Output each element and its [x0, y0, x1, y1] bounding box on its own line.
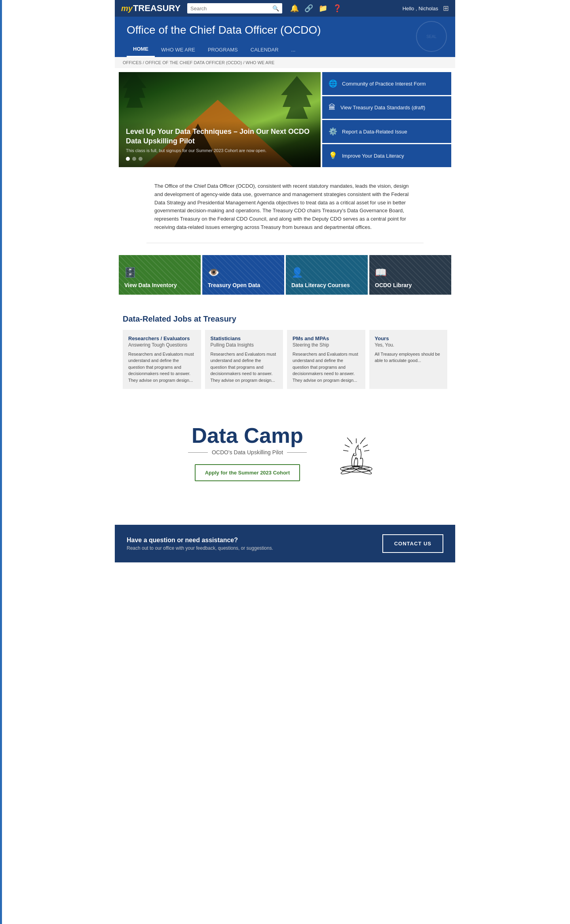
job-body-1: Researchers and Evaluators must understa…	[128, 351, 196, 384]
job-body-2: Researchers and Evaluators must understa…	[211, 351, 278, 384]
nav-who-we-are[interactable]: WHO WE ARE	[155, 43, 201, 57]
logo-treasury: TREASURY	[133, 3, 180, 13]
job-title-2: Statisticians	[211, 335, 278, 341]
svg-line-12	[362, 438, 365, 441]
svg-line-9	[345, 445, 350, 447]
divider	[146, 243, 424, 243]
spacer	[115, 501, 455, 525]
hero-link-standards[interactable]: 🏛 View Treasury Data Standards (draft)	[322, 96, 451, 119]
job-card-statisticians: Statisticians Pulling Data Insights Rese…	[205, 330, 283, 389]
hero-overlay: Level Up Your Data Techniques – Join Our…	[119, 121, 321, 167]
search-icon: 🔍	[272, 5, 279, 11]
quick-link-courses[interactable]: 👤 Data Literacy Courses	[286, 255, 368, 295]
svg-line-7	[363, 445, 368, 447]
hero-section: Level Up Your Data Techniques – Join Our…	[115, 68, 455, 171]
dot-2[interactable]	[132, 157, 136, 161]
datacamp-subtitle-line: OCDO's Data Upskilling Pilot	[188, 449, 307, 455]
hero-image-container: Level Up Your Data Techniques – Join Our…	[119, 72, 321, 167]
breadcrumb-offices[interactable]: OFFICES	[123, 60, 142, 65]
svg-line-10	[364, 450, 369, 451]
user-greeting: Hello , Nicholas	[403, 6, 438, 11]
datacamp-section: Data Camp OCDO's Data Upskilling Pilot A…	[115, 405, 455, 501]
hero-title: Level Up Your Data Techniques – Join Our…	[126, 127, 314, 146]
hero-link-community[interactable]: 🌐 Community of Practice Interest Form	[322, 72, 451, 95]
grid-icon[interactable]: ⊞	[443, 4, 449, 13]
logo[interactable]: my TREASURY	[121, 3, 182, 13]
svg-text:SEAL: SEAL	[426, 34, 437, 39]
subtitle-line-left	[188, 452, 208, 453]
logo-my: my	[121, 4, 133, 13]
dot-1[interactable]	[126, 157, 130, 161]
globe-icon: 🌐	[329, 79, 337, 88]
job-card-yours: Yours Yes, You. All Treasury employees s…	[369, 330, 448, 389]
footer-question: Have a question or need assistance?	[127, 537, 273, 544]
nav-home[interactable]: HOME	[127, 42, 155, 57]
subtitle-line-right	[287, 452, 307, 453]
hero-link-literacy-label: Improve Your Data Literacy	[342, 153, 404, 159]
job-body-4: All Treasury employees should be able to…	[375, 351, 442, 364]
link-icon[interactable]: 🔗	[304, 4, 313, 13]
svg-line-13	[347, 438, 350, 441]
job-title-4: Yours	[375, 335, 442, 341]
hero-link-standards-label: View Treasury Data Standards (draft)	[340, 105, 425, 110]
jobs-section: Data-Related Jobs at Treasury Researcher…	[115, 307, 455, 405]
page-title: Office of the Chief Data Officer (OCDO)	[127, 24, 443, 42]
job-card-pms: PMs and MPAs Steering the Ship Researche…	[287, 330, 365, 389]
hero-link-literacy[interactable]: 💡 Improve Your Data Literacy	[322, 144, 451, 167]
campfire-illustration	[331, 427, 382, 479]
jobs-grid: Researchers / Evaluators Answering Tough…	[123, 330, 447, 389]
job-title-3: PMs and MPAs	[293, 335, 360, 341]
datacamp-title: Data Camp	[188, 425, 307, 446]
apply-button[interactable]: Apply for the Summer 2023 Cohort	[195, 464, 300, 481]
datacamp-text: Data Camp OCDO's Data Upskilling Pilot A…	[188, 425, 307, 481]
job-subtitle-4: Yes, You.	[375, 342, 442, 348]
breadcrumb-ocdo[interactable]: OFFICE OF THE CHIEF DATA OFFICER (OCDO)	[145, 60, 242, 65]
nav-calendar[interactable]: CALENDAR	[244, 43, 285, 57]
header-banner: SEAL Office of the Chief Data Officer (O…	[115, 17, 455, 57]
nav-programs[interactable]: PROGRAMS	[201, 43, 244, 57]
quick-link-inventory[interactable]: 🗄️ View Data Inventory	[119, 255, 201, 295]
footer: Have a question or need assistance? Reac…	[115, 525, 455, 562]
bulb-icon: 💡	[329, 151, 337, 160]
gear-icon: ⚙️	[329, 127, 337, 136]
nav-icons: 🔔 🔗 📁 ❓	[290, 4, 342, 13]
contact-us-button[interactable]: CONTACT US	[382, 534, 443, 553]
hero-link-community-label: Community of Practice Interest Form	[342, 81, 426, 87]
top-nav: my TREASURY 🔍 🔔 🔗 📁 ❓ Hello , Nicholas ⊞	[115, 0, 455, 17]
job-subtitle-2: Pulling Data Insights	[211, 342, 278, 348]
search-bar[interactable]: 🔍	[187, 3, 282, 13]
job-title-1: Researchers / Evaluators	[128, 335, 196, 341]
job-subtitle-3: Steering the Ship	[293, 342, 360, 348]
datacamp-subtitle: OCDO's Data Upskilling Pilot	[212, 449, 283, 455]
quick-links-section: 🗄️ View Data Inventory 👁️ Treasury Open …	[115, 251, 455, 307]
breadcrumb: OFFICES / OFFICE OF THE CHIEF DATA OFFIC…	[115, 57, 455, 68]
search-input[interactable]	[190, 6, 270, 11]
nav-more[interactable]: ...	[285, 43, 302, 57]
folder-icon[interactable]: 📁	[319, 4, 327, 13]
breadcrumb-current: WHO WE ARE	[246, 60, 275, 65]
building-icon: 🏛	[329, 103, 336, 112]
hero-subtitle: This class is full, but signups for our …	[126, 148, 314, 153]
jobs-title: Data-Related Jobs at Treasury	[123, 314, 447, 324]
job-subtitle-1: Answering Tough Questions	[128, 342, 196, 348]
svg-line-11	[343, 450, 348, 451]
job-card-researchers: Researchers / Evaluators Answering Tough…	[123, 330, 201, 389]
quick-link-opendata[interactable]: 👁️ Treasury Open Data	[202, 255, 284, 295]
hero-links: 🌐 Community of Practice Interest Form 🏛 …	[322, 72, 451, 167]
quick-link-library[interactable]: 📖 OCDO Library	[369, 255, 451, 295]
description-section: The Office of the Chief Data Officer (OC…	[115, 171, 455, 243]
hero-link-report-label: Report a Data-Related Issue	[342, 129, 407, 135]
job-body-3: Researchers and Evaluators must understa…	[293, 351, 360, 384]
hero-link-report[interactable]: ⚙️ Report a Data-Related Issue	[322, 120, 451, 143]
hero-dots	[126, 157, 314, 161]
description-text: The Office of the Chief Data Officer (OC…	[154, 182, 416, 232]
bell-icon[interactable]: 🔔	[290, 4, 299, 13]
footer-left: Have a question or need assistance? Reac…	[127, 537, 273, 551]
header-nav: HOME WHO WE ARE PROGRAMS CALENDAR ...	[127, 42, 443, 57]
footer-subtext: Reach out to our office with your feedba…	[127, 545, 273, 551]
datacamp-inner: Data Camp OCDO's Data Upskilling Pilot A…	[123, 425, 447, 481]
help-icon[interactable]: ❓	[333, 4, 342, 13]
dot-3[interactable]	[139, 157, 142, 161]
